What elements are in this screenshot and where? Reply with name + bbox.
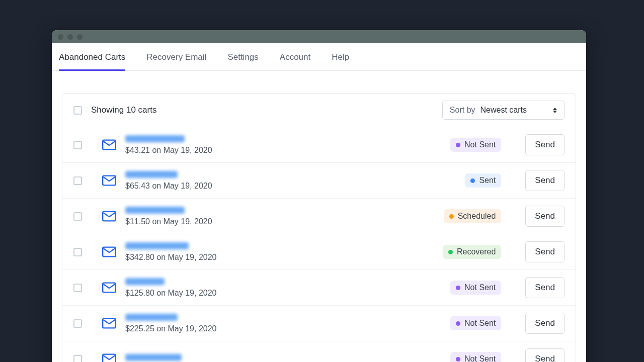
row-info: $125.80 on May 19, 2020 — [125, 278, 441, 298]
row-checkbox[interactable] — [73, 284, 82, 292]
status-badge: Scheduled — [444, 209, 502, 223]
row-info: $65.43 on May 19, 2020 — [125, 171, 456, 191]
table-row: $11.50 on May 19, 2020ScheduledSend — [62, 199, 576, 234]
status-badge: Recovered — [443, 245, 501, 259]
close-dot-icon[interactable] — [58, 34, 63, 40]
send-button[interactable]: Send — [525, 348, 565, 362]
row-amount: $65.43 — [125, 182, 150, 190]
status-text: Not Sent — [464, 354, 496, 362]
row-meta: $342.80 on May 19, 2020 — [125, 253, 434, 262]
status-text: Recovered — [457, 247, 496, 256]
row-checkbox[interactable] — [73, 141, 82, 149]
table-row: Not SentSend — [62, 341, 576, 362]
mail-icon[interactable] — [102, 139, 116, 150]
row-meta: $225.25 on May 19, 2020 — [125, 324, 441, 333]
row-date: May 19, 2020 — [168, 289, 217, 297]
status-dot-icon — [449, 214, 454, 219]
row-date: May 19, 2020 — [164, 146, 212, 154]
status-badge: Not Sent — [450, 138, 501, 152]
row-info: $342.80 on May 19, 2020 — [125, 242, 434, 262]
status-text: Sent — [479, 176, 496, 185]
table-row: $125.80 on May 19, 2020Not SentSend — [62, 270, 576, 306]
cart-list: Showing 10 carts Sort by Newest carts $4… — [62, 93, 576, 362]
row-date: May 19, 2020 — [164, 182, 212, 190]
table-row: $342.80 on May 19, 2020RecoveredSend — [62, 234, 576, 270]
row-checkbox[interactable] — [73, 212, 82, 221]
customer-name-redacted — [125, 207, 185, 214]
mail-icon[interactable] — [102, 211, 116, 222]
mail-icon[interactable] — [102, 246, 116, 257]
status-text: Not Sent — [464, 319, 496, 328]
status-text: Not Sent — [464, 140, 496, 149]
send-button[interactable]: Send — [525, 277, 565, 298]
sort-by-label: Sort by — [450, 106, 475, 115]
status-dot-icon — [456, 357, 460, 361]
row-meta: $11.50 on May 19, 2020 — [125, 217, 435, 226]
row-amount: $11.50 — [125, 217, 150, 226]
zoom-dot-icon[interactable] — [77, 34, 83, 40]
row-amount: $125.80 — [125, 289, 154, 297]
table-row: $65.43 on May 19, 2020SentSend — [62, 163, 576, 199]
tab-abandoned-carts[interactable]: Abandoned Carts — [59, 43, 125, 71]
row-checkbox[interactable] — [73, 248, 82, 256]
list-header: Showing 10 carts Sort by Newest carts — [62, 94, 576, 127]
tab-help[interactable]: Help — [332, 43, 349, 70]
status-dot-icon — [456, 143, 460, 147]
showing-count: Showing 10 carts — [91, 105, 156, 115]
row-info: $225.25 on May 19, 2020 — [125, 314, 441, 333]
status-badge: Not Sent — [450, 281, 501, 295]
status-dot-icon — [456, 321, 460, 326]
send-button[interactable]: Send — [525, 313, 565, 334]
mail-icon[interactable] — [102, 175, 116, 186]
row-checkbox[interactable] — [73, 176, 82, 185]
tab-recovery-email[interactable]: Recovery Email — [146, 43, 206, 70]
status-text: Not Sent — [464, 283, 496, 292]
status-badge: Sent — [465, 173, 501, 188]
svg-rect-6 — [103, 354, 116, 362]
row-checkbox[interactable] — [73, 355, 82, 363]
send-button[interactable]: Send — [525, 241, 565, 262]
status-text: Scheduled — [458, 212, 496, 221]
customer-name-redacted — [125, 135, 185, 142]
row-date: May 19, 2020 — [168, 253, 217, 261]
status-dot-icon — [470, 178, 475, 183]
status-badge: Not Sent — [450, 316, 501, 330]
sort-select[interactable]: Sort by Newest carts — [442, 101, 565, 120]
sort-value: Newest carts — [480, 106, 527, 115]
status-dot-icon — [448, 250, 453, 254]
customer-name-redacted — [125, 242, 189, 249]
send-button[interactable]: Send — [525, 170, 565, 191]
select-all-checkbox[interactable] — [73, 106, 82, 115]
main-content: Showing 10 carts Sort by Newest carts $4… — [52, 71, 586, 362]
row-info — [125, 354, 441, 363]
customer-name-redacted — [125, 314, 178, 321]
mail-icon[interactable] — [102, 282, 116, 293]
nav-tabs: Abandoned CartsRecovery EmailSettingsAcc… — [52, 43, 586, 71]
window-titlebar — [52, 30, 586, 43]
cart-rows: $43.21 on May 19, 2020Not SentSend$65.43… — [62, 127, 576, 362]
row-checkbox[interactable] — [73, 319, 82, 328]
chevron-updown-icon — [553, 108, 557, 113]
minimize-dot-icon[interactable] — [67, 34, 73, 40]
row-date: May 19, 2020 — [168, 324, 217, 333]
tab-account[interactable]: Account — [280, 43, 310, 70]
app-window: Abandoned CartsRecovery EmailSettingsAcc… — [52, 30, 586, 362]
table-row: $43.21 on May 19, 2020Not SentSend — [62, 127, 576, 163]
status-dot-icon — [456, 286, 460, 290]
send-button[interactable]: Send — [525, 134, 565, 155]
mail-icon[interactable] — [102, 318, 116, 329]
row-meta: $65.43 on May 19, 2020 — [125, 182, 456, 191]
row-meta: $125.80 on May 19, 2020 — [125, 289, 441, 298]
tab-settings[interactable]: Settings — [227, 43, 258, 70]
table-row: $225.25 on May 19, 2020Not SentSend — [62, 306, 576, 341]
row-amount: $225.25 — [125, 324, 154, 333]
mail-icon[interactable] — [102, 353, 116, 362]
row-meta: $43.21 on May 19, 2020 — [125, 146, 441, 155]
send-button[interactable]: Send — [525, 206, 565, 227]
customer-name-redacted — [125, 278, 165, 285]
row-info: $11.50 on May 19, 2020 — [125, 207, 435, 226]
customer-name-redacted — [125, 354, 182, 361]
row-amount: $43.21 — [125, 146, 150, 154]
row-info: $43.21 on May 19, 2020 — [125, 135, 441, 155]
row-amount: $342.80 — [125, 253, 154, 261]
